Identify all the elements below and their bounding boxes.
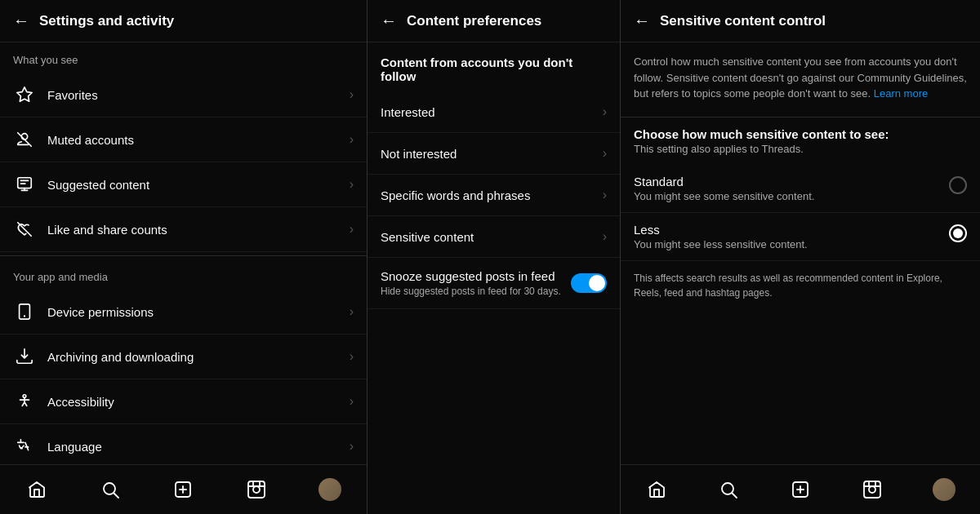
menu-item-archiving[interactable]: Archiving and downloading ›: [0, 335, 367, 379]
learn-more-link[interactable]: Learn more: [874, 87, 928, 100]
snooze-toggle[interactable]: [571, 273, 607, 293]
snooze-item: Snooze suggested posts in feed Hide sugg…: [368, 258, 620, 309]
suggested-label: Suggested content: [47, 178, 350, 192]
svg-rect-33: [864, 481, 880, 498]
choose-title: Choose how much sensitive content to see…: [621, 121, 980, 143]
right-nav-profile[interactable]: [928, 473, 960, 506]
svg-point-34: [869, 486, 875, 493]
specific-words-label: Specific words and phrases: [381, 188, 603, 202]
right-nav-add[interactable]: [784, 473, 817, 506]
not-interested-chevron: ›: [603, 146, 607, 161]
left-profile-avatar: [318, 478, 341, 501]
left-panel-content: What you see Favorites › Muted accounts …: [0, 42, 367, 464]
radio-less[interactable]: Less You might see less sensitive conten…: [621, 213, 980, 261]
muted-label: Muted accounts: [47, 133, 350, 147]
less-text: Less You might see less sensitive conten…: [634, 223, 939, 250]
less-sublabel: You might see less sensitive content.: [634, 238, 939, 250]
archiving-chevron: ›: [350, 349, 354, 364]
interested-label: Interested: [381, 105, 603, 119]
right-back-button[interactable]: ←: [634, 11, 650, 30]
left-bottom-nav: [0, 464, 367, 514]
star-icon: [13, 83, 36, 106]
less-label: Less: [634, 223, 939, 237]
accessibility-label: Accessibility: [47, 395, 350, 409]
favorites-label: Favorites: [47, 88, 350, 102]
right-panel-content: Control how much sensitive content you s…: [621, 42, 980, 464]
content-item-interested[interactable]: Interested ›: [368, 91, 620, 133]
heart-off-icon: [13, 218, 36, 241]
svg-line-19: [114, 494, 118, 498]
your-app-label: Your app and media: [0, 259, 367, 290]
right-panel-title: Sensitive content control: [660, 13, 826, 29]
menu-item-muted[interactable]: Muted accounts ›: [0, 117, 367, 162]
content-item-sensitive[interactable]: Sensitive content ›: [368, 216, 620, 258]
svg-marker-0: [17, 87, 32, 101]
right-description: Control how much sensitive content you s…: [621, 42, 980, 113]
muted-chevron: ›: [350, 132, 354, 147]
svg-line-29: [733, 494, 737, 498]
standard-label: Standard: [634, 175, 939, 188]
svg-rect-23: [248, 481, 265, 498]
device-permissions-chevron: ›: [350, 304, 354, 319]
archiving-label: Archiving and downloading: [47, 350, 350, 364]
left-panel-title: Settings and activity: [39, 13, 174, 29]
content-item-specific-words[interactable]: Specific words and phrases ›: [368, 175, 620, 216]
interested-chevron: ›: [603, 104, 607, 119]
snooze-row: Snooze suggested posts in feed Hide sugg…: [381, 269, 607, 297]
language-icon: [13, 435, 36, 458]
right-nav-reels[interactable]: [856, 473, 889, 506]
middle-header: ← Content preferences: [368, 0, 620, 42]
menu-item-device-permissions[interactable]: Device permissions ›: [0, 290, 367, 335]
right-nav-search[interactable]: [712, 473, 745, 506]
not-interested-label: Not interested: [381, 147, 603, 161]
specific-words-chevron: ›: [603, 188, 607, 202]
menu-item-like-share[interactable]: Like and share counts ›: [0, 207, 367, 252]
menu-item-language[interactable]: Language ›: [0, 424, 367, 464]
what-you-see-label: What you see: [0, 42, 367, 73]
middle-panel: ← Content preferences Content from accou…: [368, 0, 621, 514]
accessibility-chevron: ›: [350, 394, 354, 409]
content-item-not-interested[interactable]: Not interested ›: [368, 133, 620, 175]
middle-back-button[interactable]: ←: [381, 11, 397, 30]
left-nav-reels[interactable]: [240, 473, 273, 506]
accessibility-icon: [13, 390, 36, 413]
content-section-title: Content from accounts you don't follow: [368, 42, 620, 91]
suggested-chevron: ›: [350, 177, 354, 192]
right-bottom-nav: [621, 464, 980, 514]
middle-panel-title: Content preferences: [407, 13, 541, 29]
like-share-chevron: ›: [350, 222, 354, 237]
radio-standard[interactable]: Standard You might see some sensitive co…: [621, 165, 980, 213]
sensitive-chevron: ›: [603, 229, 607, 244]
snooze-desc: Hide suggested posts in feed for 30 days…: [381, 286, 571, 297]
right-nav-home[interactable]: [640, 473, 673, 506]
svg-rect-3: [18, 178, 32, 188]
sensitive-label: Sensitive content: [381, 230, 603, 244]
left-nav-profile[interactable]: [314, 473, 346, 506]
left-header: ← Settings and activity: [0, 0, 367, 42]
affects-note: This affects search results as well as r…: [621, 261, 980, 310]
menu-item-favorites[interactable]: Favorites ›: [0, 73, 367, 117]
mute-icon: [13, 128, 36, 151]
right-header: ← Sensitive content control: [621, 0, 980, 42]
snooze-title: Snooze suggested posts in feed: [381, 269, 571, 283]
language-label: Language: [47, 440, 350, 454]
standard-text: Standard You might see some sensitive co…: [634, 175, 939, 202]
left-nav-add[interactable]: [167, 473, 199, 506]
left-nav-search[interactable]: [94, 473, 127, 506]
right-panel: ← Sensitive content control Control how …: [621, 0, 980, 514]
like-share-label: Like and share counts: [47, 223, 350, 237]
left-panel: ← Settings and activity What you see Fav…: [0, 0, 368, 514]
toggle-knob: [589, 275, 605, 291]
suggested-icon: [13, 173, 36, 196]
left-back-button[interactable]: ←: [13, 11, 29, 30]
standard-radio-circle: [949, 176, 967, 194]
phone-icon: [13, 300, 36, 323]
choose-subtitle: This setting also applies to Threads.: [621, 143, 980, 165]
download-icon: [13, 345, 36, 368]
language-chevron: ›: [350, 439, 354, 454]
left-nav-home[interactable]: [20, 473, 53, 506]
svg-point-24: [253, 486, 260, 493]
menu-item-accessibility[interactable]: Accessibility ›: [0, 379, 367, 424]
menu-item-suggested[interactable]: Suggested content ›: [0, 162, 367, 207]
device-permissions-label: Device permissions: [47, 305, 350, 319]
